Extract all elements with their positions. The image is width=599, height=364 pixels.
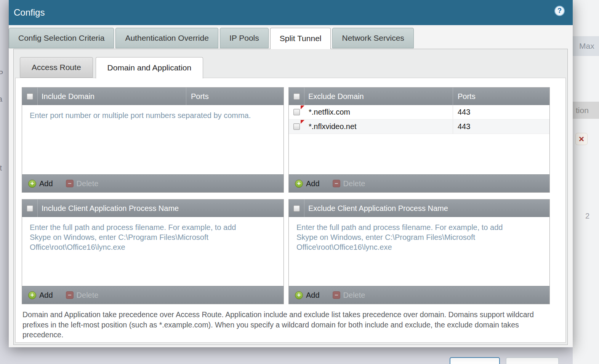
- add-label: Add: [306, 291, 320, 300]
- ok-button-partial[interactable]: [450, 357, 500, 364]
- tab-authentication-override[interactable]: Authentication Override: [115, 28, 218, 48]
- background-text: P: [0, 69, 3, 78]
- domain-cell: *.netflix.com: [304, 105, 453, 119]
- include-app-body[interactable]: Enter the full path and process filename…: [22, 217, 283, 286]
- background-column-header: tion: [573, 102, 599, 119]
- exclude-domain-delete-button[interactable]: − Delete: [333, 179, 365, 188]
- delete-label: Delete: [343, 291, 365, 300]
- exclude-app-delete-button[interactable]: − Delete: [333, 291, 365, 300]
- delete-label: Delete: [77, 179, 99, 188]
- include-domain-placeholder: Enter port number or multiple port numbe…: [22, 105, 283, 120]
- row-checkbox[interactable]: [293, 123, 300, 130]
- table-row[interactable]: *.nflxvideo.net 443: [289, 120, 549, 134]
- exclude-domain-select-all-checkbox[interactable]: [293, 93, 300, 100]
- background-text: Max: [579, 42, 594, 50]
- precedence-footnote: Domain and Application take precedence o…: [22, 310, 549, 340]
- include-app-header: Include Client Application Process Name: [37, 200, 283, 217]
- exclude-domain-body: *.netflix.com 443 *.nflxvideo.net 443: [289, 105, 549, 174]
- add-icon: +: [295, 180, 303, 188]
- tab-ip-pools[interactable]: IP Pools: [220, 28, 269, 48]
- exclude-domain-header: Exclude Domain: [304, 88, 453, 105]
- background-text: a: [0, 95, 2, 104]
- add-label: Add: [306, 179, 320, 188]
- background-text: it: [0, 164, 2, 172]
- include-domain-header: Include Domain: [37, 88, 186, 105]
- tab-config-selection-criteria[interactable]: Config Selection Criteria: [9, 28, 114, 48]
- exclude-app-body[interactable]: Enter the full path and process filename…: [289, 217, 549, 286]
- help-icon[interactable]: ?: [554, 6, 565, 16]
- include-domain-select-all-checkbox[interactable]: [27, 93, 33, 100]
- include-domain-footer: + Add − Delete: [22, 174, 283, 192]
- exclude-domain-add-button[interactable]: + Add: [295, 179, 320, 188]
- exclude-domain-table: Exclude Domain Ports *.netflix.com 443: [288, 87, 550, 193]
- domain-and-application-panel: Include Domain Ports Enter port number o…: [15, 78, 566, 343]
- exclude-domain-footer: + Add − Delete: [289, 174, 549, 192]
- exclude-app-placeholder: Enter the full path and process filename…: [289, 217, 533, 252]
- exclude-app-select-all-checkbox[interactable]: [293, 205, 300, 212]
- include-app-add-button[interactable]: + Add: [28, 291, 53, 300]
- exclude-app-table: Exclude Client Application Process Name …: [288, 199, 550, 304]
- domain-cell: *.nflxvideo.net: [304, 120, 453, 134]
- dialog-title: Configs: [14, 0, 45, 25]
- delete-icon: −: [66, 291, 74, 299]
- ports-cell: 443: [453, 105, 549, 119]
- exclude-app-add-button[interactable]: + Add: [295, 291, 320, 300]
- include-app-delete-button[interactable]: − Delete: [66, 291, 99, 300]
- dialog-header: Configs ?: [9, 0, 573, 25]
- background-text: tion: [576, 106, 589, 115]
- close-glyph: ✕: [578, 135, 585, 144]
- table-row[interactable]: *.netflix.com 443: [289, 105, 549, 120]
- subtab-domain-and-application[interactable]: Domain and Application: [96, 57, 203, 78]
- domain-value: *.netflix.com: [309, 108, 350, 117]
- include-domain-table: Include Domain Ports Enter port number o…: [22, 87, 284, 193]
- configs-dialog: Configs ? Config Selection Criteria Auth…: [9, 0, 573, 347]
- include-domain-delete-button[interactable]: − Delete: [66, 179, 99, 188]
- subtab-bar: Access Route Domain and Application: [20, 57, 206, 78]
- exclude-domain-ports-header: Ports: [453, 88, 549, 105]
- tab-split-tunnel[interactable]: Split Tunnel: [270, 28, 331, 49]
- include-domain-body[interactable]: Enter port number or multiple port numbe…: [22, 105, 283, 174]
- ports-cell: 443: [453, 120, 549, 134]
- background-text: 2: [585, 212, 589, 220]
- add-icon: +: [28, 180, 36, 188]
- cancel-button-partial[interactable]: [506, 357, 559, 364]
- exclude-app-header-row: Exclude Client Application Process Name: [289, 200, 549, 217]
- help-glyph: ?: [557, 7, 562, 15]
- screen: Max tion ✕ 2 P a it Configs ? Config Sel…: [0, 0, 599, 364]
- include-app-header-row: Include Client Application Process Name: [22, 200, 283, 217]
- include-app-table: Include Client Application Process Name …: [22, 199, 284, 304]
- modified-flag-icon: [301, 105, 304, 109]
- include-app-select-all-checkbox[interactable]: [27, 205, 33, 212]
- delete-label: Delete: [77, 291, 99, 300]
- include-domain-add-button[interactable]: + Add: [28, 179, 53, 188]
- delete-icon: −: [66, 180, 74, 187]
- exclude-app-header: Exclude Client Application Process Name: [304, 200, 549, 217]
- tab-bar: Config Selection Criteria Authentication…: [9, 28, 415, 49]
- row-checkbox[interactable]: [293, 109, 300, 115]
- split-tunnel-content: Access Route Domain and Application Incl…: [13, 49, 568, 345]
- add-label: Add: [39, 179, 53, 188]
- add-icon: +: [295, 291, 303, 299]
- background-column-header: Max: [573, 36, 599, 56]
- tab-network-services[interactable]: Network Services: [332, 28, 413, 48]
- exclude-app-footer: + Add − Delete: [289, 286, 549, 304]
- include-app-placeholder: Enter the full path and process filename…: [22, 217, 266, 252]
- modified-flag-icon: [301, 120, 304, 124]
- domain-value: *.nflxvideo.net: [309, 122, 357, 131]
- add-label: Add: [39, 291, 53, 300]
- delete-icon: −: [333, 291, 340, 299]
- include-domain-header-row: Include Domain Ports: [22, 88, 283, 105]
- close-icon[interactable]: ✕: [575, 133, 588, 145]
- include-app-footer: + Add − Delete: [22, 286, 283, 304]
- include-domain-ports-header: Ports: [186, 88, 283, 105]
- subtab-access-route[interactable]: Access Route: [20, 57, 93, 78]
- add-icon: +: [28, 291, 36, 299]
- exclude-domain-header-row: Exclude Domain Ports: [289, 88, 549, 105]
- delete-icon: −: [333, 180, 340, 187]
- delete-label: Delete: [343, 179, 365, 188]
